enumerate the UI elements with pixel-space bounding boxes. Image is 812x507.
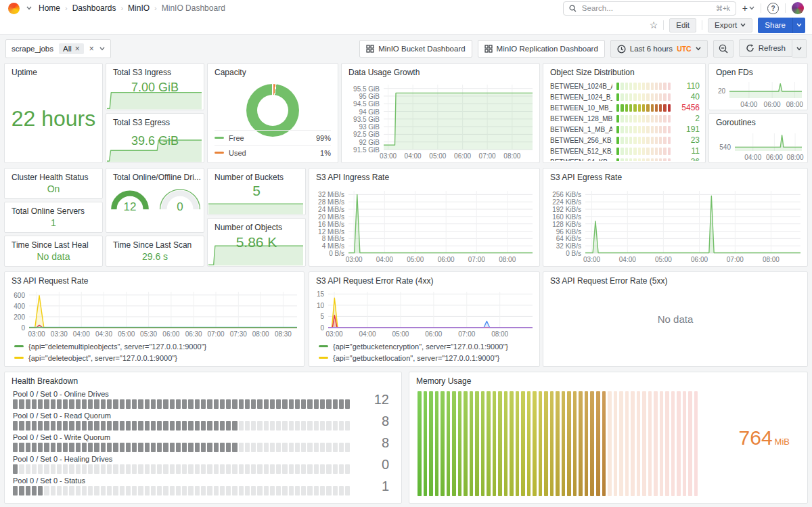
health-row-bar-gauge[interactable]	[13, 486, 350, 495]
capacity-legend-row[interactable]: Free99%	[215, 130, 331, 145]
health-breakdown-row: Pool 0 / Set 0 - Read Quorum8	[13, 412, 394, 431]
legend-color-dash	[215, 152, 224, 154]
add-button[interactable]: +	[742, 3, 754, 14]
legend-color-dash	[14, 345, 24, 347]
search-input-wrap[interactable]: ⌘+k	[563, 1, 736, 16]
open-fds-chart[interactable]: 2004:0006:0008:00	[715, 80, 803, 108]
legend-color-dash	[319, 357, 328, 359]
panel-title[interactable]: Open FDs	[709, 64, 807, 77]
x-axis-tick: 08:00	[252, 330, 269, 338]
chevron-down-icon[interactable]	[99, 47, 105, 51]
panel-title[interactable]: Cluster Health Status	[5, 169, 102, 182]
panel-title[interactable]: Total S3 Ingress	[106, 64, 204, 77]
x-axis-tick: 03:00	[326, 330, 343, 338]
scrape-jobs-filter[interactable]: scrape_jobs All× ×	[5, 39, 111, 58]
legend-item[interactable]: {api="getbucketlocation", server="127.0.…	[319, 352, 508, 363]
panel-title[interactable]: Data Usage Growth	[342, 64, 539, 77]
panel-title[interactable]: Total Online Servers	[5, 202, 102, 216]
breadcrumb-item[interactable]: Dashboards	[72, 3, 116, 13]
panel-title[interactable]: Goroutines	[709, 114, 807, 127]
s3-api-egress-rate-chart[interactable]: 256 KiB/s224 KiB/s192 KiB/s160 KiB/s128 …	[550, 189, 802, 263]
refresh-interval-dropdown[interactable]	[792, 39, 807, 58]
s3-api-error-4xx-chart[interactable]: 15105003:0004:0005:0006:0007:0008:00	[316, 290, 534, 338]
panel-title[interactable]: Number of Buckets	[208, 169, 305, 182]
legend-item[interactable]: {api="deleteobject", server="127.0.0.1:9…	[14, 352, 206, 363]
y-axis-tick: 8 MiB/s	[322, 235, 344, 242]
capacity-donut-chart[interactable]	[246, 84, 299, 137]
legend-label: Free	[229, 134, 244, 142]
y-axis-tick: 0 B/s	[329, 250, 344, 257]
number-of-buckets-sparkline[interactable]	[208, 200, 304, 214]
panel-title[interactable]: Time Since Last Heal	[5, 236, 102, 250]
y-axis-tick: 10	[317, 301, 324, 309]
minio-bucket-dashboard-button[interactable]: MinIO Bucket Dashboard	[359, 40, 472, 58]
star-icon[interactable]: ☆	[650, 20, 658, 30]
zoom-out-button[interactable]	[713, 40, 734, 58]
panel-title[interactable]: S3 API Ingress Rate	[309, 169, 539, 182]
avatar[interactable]	[792, 2, 804, 14]
health-row-bar-gauge[interactable]	[13, 443, 350, 452]
grafana-logo-icon[interactable]	[8, 3, 20, 14]
object-size-bar-gauge[interactable]	[616, 158, 671, 162]
memory-usage-gauge[interactable]	[418, 391, 698, 496]
health-row-bar-gauge[interactable]	[13, 399, 350, 409]
object-size-value: 23	[675, 135, 700, 145]
health-breakdown-row: Pool 0 / Set 0 - Online Drives12	[13, 390, 394, 409]
remove-value-icon[interactable]: ×	[75, 45, 80, 53]
object-size-bar-gauge[interactable]	[616, 126, 671, 133]
clear-filter-icon[interactable]: ×	[89, 45, 94, 53]
s3-api-request-rate-chart[interactable]: 600400200003:0003:3004:0004:3005:0005:30…	[12, 290, 298, 338]
apps-grid-icon	[366, 45, 374, 53]
panel-title[interactable]: S3 API Request Error Rate (4xx)	[309, 272, 539, 286]
search-input[interactable]	[581, 3, 712, 13]
export-button[interactable]: Export	[708, 18, 752, 32]
legend-item[interactable]: {api="deletemultipleobjects", server="12…	[14, 340, 206, 352]
goroutines-chart[interactable]: 54004:0006:0008:00	[715, 131, 803, 161]
share-button[interactable]: Share	[758, 18, 793, 33]
object-size-bar-gauge[interactable]	[616, 115, 671, 123]
help-icon[interactable]: ?	[767, 3, 779, 14]
offline-drives-gauge[interactable]: 0	[158, 186, 202, 212]
share-dropdown-button[interactable]	[793, 18, 805, 33]
panel-title[interactable]: Total S3 Egress	[106, 114, 204, 127]
s3-api-ingress-rate-chart[interactable]: 32 MiB/s28 MiB/s24 MiB/s20 MiB/s16 MiB/s…	[316, 189, 534, 263]
breadcrumb-item[interactable]: Home	[39, 3, 60, 13]
panel-title[interactable]: Object Size Distribution	[543, 64, 705, 77]
panel-title[interactable]: Uptime	[5, 64, 102, 77]
legend-item[interactable]: {api="getbucketencryption", server="127.…	[319, 340, 508, 352]
panel-title[interactable]: Health Breakdown	[5, 372, 401, 386]
panel-title[interactable]: Number of Objects	[208, 219, 305, 232]
object-size-bar-gauge[interactable]	[616, 137, 671, 144]
panel-title[interactable]: S3 API Request Rate	[5, 272, 304, 286]
panel-title[interactable]: Time Since Last Scan	[106, 236, 204, 250]
filter-value-chip[interactable]: All×	[59, 43, 84, 54]
panel-title[interactable]: S3 API Egress Rate	[543, 169, 807, 182]
panel-title[interactable]: Total Online/Offline Dri...	[106, 169, 204, 182]
object-size-bar-gauge[interactable]	[616, 93, 671, 101]
panel-title[interactable]: Capacity	[208, 64, 338, 77]
online-drives-gauge[interactable]: 12	[108, 186, 152, 212]
data-usage-growth-chart[interactable]: 95.5 GiB95 GiB94.5 GiB94 GiB93.5 GiB93 G…	[348, 83, 534, 160]
breadcrumb-item[interactable]: MinIO	[128, 3, 150, 13]
x-axis-tick: 05:00	[655, 256, 672, 263]
y-axis-tick: 0	[21, 324, 25, 332]
edit-button[interactable]: Edit	[669, 18, 696, 32]
capacity-legend-row[interactable]: Used1%	[215, 145, 331, 160]
object-size-bar-gauge[interactable]	[616, 148, 671, 155]
panel-s3-api-egress-rate: S3 API Egress Rate 256 KiB/s224 KiB/s192…	[543, 168, 808, 267]
object-size-row: BETWEEN_1024_B_...40	[550, 92, 700, 102]
time-range-picker[interactable]: Last 6 hours UTC	[610, 40, 708, 58]
object-size-bar-gauge[interactable]	[616, 83, 671, 90]
number-of-buckets-value: 5	[208, 183, 305, 198]
y-axis-tick: 224 KiB/s	[552, 198, 581, 206]
minio-replication-dashboard-button[interactable]: MinIO Replication Dashboard	[478, 40, 605, 58]
breadcrumb-item[interactable]: MinIO Dashboard	[162, 3, 225, 13]
chevron-down-icon[interactable]	[26, 6, 32, 10]
health-row-bar-gauge[interactable]	[13, 421, 350, 431]
object-size-bar-gauge[interactable]	[616, 104, 671, 112]
panel-title[interactable]: Memory Usage	[409, 372, 807, 386]
panel-capacity: Capacity Free99%Used1%	[207, 63, 338, 163]
refresh-button[interactable]: Refresh	[739, 39, 792, 57]
legend-label: {api="deleteobject", server="127.0.0.1:9…	[28, 354, 177, 362]
health-row-bar-gauge[interactable]	[13, 464, 350, 474]
